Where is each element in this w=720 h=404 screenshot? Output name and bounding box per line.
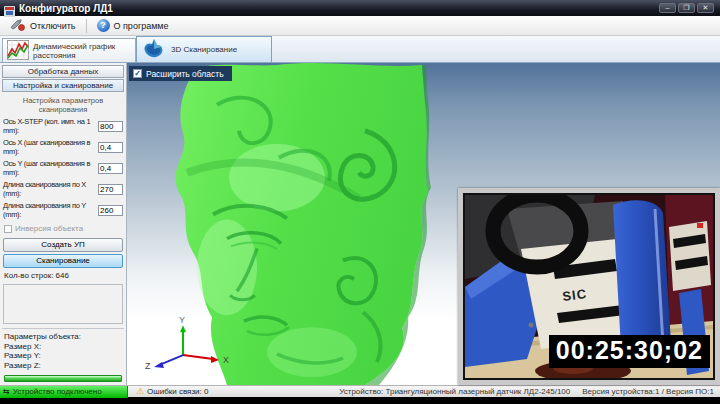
- expand-area-label: Расширить область: [146, 69, 224, 79]
- size-y-label: Размер Y:: [4, 351, 122, 361]
- errors-label: Ошибки связи: 0: [147, 387, 208, 396]
- 3d-scan-icon: [141, 37, 167, 63]
- connection-status-label: Устройство подключено: [13, 387, 102, 396]
- letterbox-bar: [0, 397, 720, 404]
- disconnect-button[interactable]: Отключить: [4, 17, 82, 35]
- title-bar: Конфигуратор ЛД1 – ❐ ✕: [0, 0, 720, 16]
- param-row-x-length: Длина сканирования по X (mm):: [3, 180, 123, 198]
- chart-icon: [7, 40, 29, 62]
- warning-icon: ⚠: [136, 387, 144, 396]
- x-length-label: Длина сканирования по X (mm):: [3, 180, 98, 198]
- version-info-label: Версия устройства:1 / Версия ПО:1: [582, 387, 714, 396]
- tab-dynamic-graph-label: Динамический график расстояния: [33, 42, 131, 60]
- invert-object-checkbox-row: Инверсия объекта: [4, 224, 122, 233]
- device-info-label: Устройство: Триангуляционный лазерный да…: [339, 387, 570, 396]
- rows-count-label: Кол-во строк: 646: [4, 271, 122, 280]
- expand-area-control[interactable]: ✓ Расширить область: [129, 66, 232, 81]
- param-row-y-step-mm: Ось Y (шаг сканирования в mm):: [3, 159, 123, 177]
- device-status: Устройство: Триангуляционный лазерный да…: [339, 387, 720, 396]
- minimize-button[interactable]: –: [659, 3, 676, 13]
- errors-status: ⚠ Ошибки связи: 0: [136, 387, 208, 396]
- size-x-label: Размер X:: [4, 342, 122, 352]
- section-data-processing[interactable]: Обработка данных: [2, 65, 124, 78]
- axis-x-label: X: [223, 355, 229, 365]
- tab-strip: Динамический график расстояния 3D Сканир…: [0, 36, 720, 62]
- param-row-x-step-mm: Ось X (шаг сканирования в mm):: [3, 138, 123, 156]
- param-row-xstep: Ось X-STEP (кол. имп. на 1 mm):: [3, 117, 123, 135]
- y-length-input[interactable]: [98, 205, 123, 216]
- link-icon: ⇆: [3, 387, 10, 396]
- axis-z-label: Z: [145, 361, 151, 371]
- toolbar: Отключить ? О программе: [0, 16, 720, 36]
- axis-y-label: Y: [179, 315, 185, 325]
- y-step-mm-label: Ось Y (шаг сканирования в mm):: [3, 159, 98, 177]
- section-scan-settings[interactable]: Настройка и сканирование: [2, 79, 124, 92]
- x-step-mm-label: Ось X (шаг сканирования в mm):: [3, 138, 98, 156]
- results-list[interactable]: [3, 284, 123, 324]
- tab-3d-scan-label: 3D Сканирование: [171, 45, 237, 54]
- xstep-input[interactable]: [98, 121, 123, 132]
- help-icon: ?: [97, 19, 110, 32]
- object-params-title: Параметры объекта:: [4, 332, 122, 342]
- webcam-overlay: SIC 00:25:30;02: [458, 188, 720, 385]
- about-label: О программе: [114, 21, 169, 31]
- sidebar: Обработка данных Настройка и сканировани…: [0, 63, 127, 385]
- maximize-button[interactable]: ❐: [678, 3, 695, 13]
- scan-button[interactable]: Сканирование: [3, 254, 123, 268]
- y-step-mm-input[interactable]: [98, 163, 123, 174]
- plug-icon: [10, 18, 26, 33]
- expand-area-checkbox[interactable]: ✓: [133, 69, 142, 78]
- disconnect-label: Отключить: [30, 21, 76, 31]
- about-button[interactable]: ? О программе: [91, 17, 175, 35]
- object-params-panel: Параметры объекта: Размер X: Размер Y: Р…: [2, 328, 124, 372]
- close-button[interactable]: ✕: [697, 3, 714, 13]
- invert-object-checkbox[interactable]: [4, 225, 12, 233]
- scanned-face-mesh: [175, 63, 431, 385]
- invert-object-label: Инверсия объекта: [15, 224, 83, 233]
- timer-overlay: 00:25:30;02: [549, 335, 710, 368]
- create-program-button[interactable]: Создать УП: [3, 238, 123, 252]
- window-title: Конфигуратор ЛД1: [19, 3, 113, 14]
- tab-dynamic-graph[interactable]: Динамический график расстояния: [2, 38, 136, 62]
- x-length-input[interactable]: [98, 184, 123, 195]
- app-window: Конфигуратор ЛД1 – ❐ ✕ Отключить ? О про…: [0, 0, 720, 404]
- window-controls: – ❐ ✕: [659, 3, 716, 13]
- size-z-label: Размер Z:: [4, 361, 122, 371]
- brand-label: SIC: [562, 286, 588, 304]
- xstep-label: Ось X-STEP (кол. имп. на 1 mm):: [3, 117, 98, 135]
- scan-progress-bar: [4, 375, 122, 382]
- x-step-mm-input[interactable]: [98, 142, 123, 153]
- toolbar-separator: [86, 19, 87, 33]
- tab-3d-scan[interactable]: 3D Сканирование: [136, 36, 272, 62]
- param-row-y-length: Длина сканирования по Y (mm):: [3, 201, 123, 219]
- scan-params-group-label: Настройка параметров сканирования: [2, 96, 124, 114]
- status-bar: ⇆ Устройство подключено ⚠ Ошибки связи: …: [0, 385, 720, 397]
- connection-status-badge: ⇆ Устройство подключено: [0, 386, 128, 398]
- app-icon: [4, 3, 15, 14]
- y-length-label: Длина сканирования по Y (mm):: [3, 201, 98, 219]
